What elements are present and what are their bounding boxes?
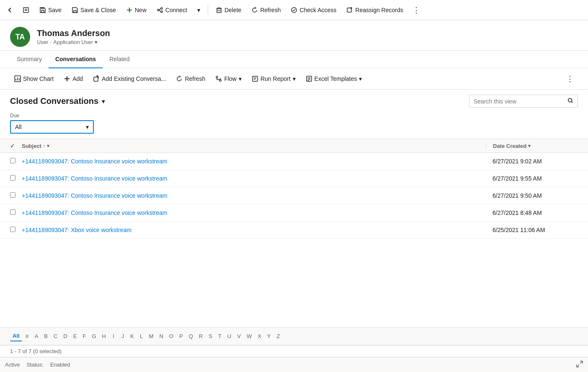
row-date-3: 6/27/2021 8:48 AM xyxy=(486,209,578,216)
row-subject-1[interactable]: +1441189093047: Contoso Insurance voice … xyxy=(22,175,482,182)
alpha-nav: All#ABCDEFGHIJKLMNOPQRSTUVWXYZ xyxy=(0,327,588,345)
filter-select[interactable]: All ▾ xyxy=(10,120,94,134)
search-box xyxy=(469,95,578,108)
table-row: +1441189093047: Contoso Insurance voice … xyxy=(0,204,588,222)
alpha-item-a[interactable]: A xyxy=(32,331,41,341)
alpha-item-o[interactable]: O xyxy=(167,331,176,341)
svg-point-26 xyxy=(216,76,218,78)
add-existing-button[interactable]: Add Existing Conversa... xyxy=(89,73,170,85)
col-subject-header[interactable]: Subject ↑ ▾ xyxy=(22,143,482,149)
alpha-item-x[interactable]: X xyxy=(255,331,264,341)
alpha-item-#[interactable]: # xyxy=(23,331,31,341)
alpha-item-u[interactable]: U xyxy=(225,331,234,341)
alpha-item-g[interactable]: G xyxy=(89,331,98,341)
sub-more-icon: ⋮ xyxy=(566,74,574,83)
run-report-label: Run Report xyxy=(260,75,291,82)
add-button[interactable]: Add xyxy=(59,73,87,85)
row-checkbox-2[interactable] xyxy=(10,192,18,199)
alpha-item-m[interactable]: M xyxy=(147,331,156,341)
svg-line-12 xyxy=(159,10,161,11)
form-icon-button[interactable] xyxy=(18,4,34,16)
alpha-item-t[interactable]: T xyxy=(216,331,224,341)
connect-button[interactable]: Connect xyxy=(152,4,191,16)
show-chart-button[interactable]: Show Chart xyxy=(10,73,58,85)
alpha-item-z[interactable]: Z xyxy=(274,331,283,341)
alpha-item-j[interactable]: J xyxy=(119,331,127,341)
alpha-item-f[interactable]: F xyxy=(80,331,88,341)
svg-point-8 xyxy=(157,9,159,11)
tab-related[interactable]: Related xyxy=(103,51,136,68)
avatar: TA xyxy=(10,27,30,47)
save-close-button[interactable]: Save & Close xyxy=(67,4,120,16)
alpha-item-y[interactable]: Y xyxy=(265,331,273,341)
date-sort-desc[interactable]: ▾ xyxy=(528,143,531,149)
alpha-item-p[interactable]: P xyxy=(177,331,186,341)
subtitle-dot: · xyxy=(50,39,52,45)
sub-refresh-button[interactable]: Refresh xyxy=(172,73,209,85)
excel-chevron: ▾ xyxy=(359,75,362,82)
row-subject-4[interactable]: +1441189093047: Xbox voice workstream xyxy=(22,227,482,233)
alpha-item-c[interactable]: C xyxy=(51,331,60,341)
alpha-item-k[interactable]: K xyxy=(128,331,137,341)
back-button[interactable] xyxy=(3,4,17,16)
refresh-label: Refresh xyxy=(260,7,281,13)
check-access-button[interactable]: Check Access xyxy=(286,4,340,16)
new-button[interactable]: New xyxy=(122,4,151,16)
tab-conversations[interactable]: Conversations xyxy=(49,51,103,68)
row-checkbox-0[interactable] xyxy=(10,158,18,165)
table-header-check[interactable]: ✓ xyxy=(10,142,18,149)
sub-more-button[interactable]: ⋮ xyxy=(562,72,578,86)
subject-sort-asc[interactable]: ↑ xyxy=(43,143,46,148)
alpha-item-n[interactable]: N xyxy=(157,331,165,341)
alpha-item-b[interactable]: B xyxy=(41,331,50,341)
view-title-chevron[interactable]: ▾ xyxy=(102,98,105,105)
alpha-item-d[interactable]: D xyxy=(61,331,70,341)
save-button[interactable]: Save xyxy=(35,4,66,16)
record-name: Thomas Anderson xyxy=(37,28,110,38)
col-date-header[interactable]: Date Created ▾ xyxy=(486,143,578,149)
flow-chevron: ▾ xyxy=(239,75,242,82)
alpha-item-q[interactable]: Q xyxy=(186,331,196,341)
svg-line-37 xyxy=(577,364,579,367)
refresh-button[interactable]: Refresh xyxy=(247,4,285,16)
alpha-item-w[interactable]: W xyxy=(244,331,254,341)
flow-button[interactable]: Flow ▾ xyxy=(211,73,246,85)
main-content: TA Thomas Anderson User · Application Us… xyxy=(0,20,588,372)
status-value: Enabled xyxy=(50,362,70,368)
excel-templates-button[interactable]: Excel Templates ▾ xyxy=(302,73,366,85)
delete-button[interactable]: Delete xyxy=(211,4,245,16)
alpha-item-all[interactable]: All xyxy=(10,331,22,341)
search-input[interactable] xyxy=(469,96,563,107)
tab-summary[interactable]: Summary xyxy=(10,51,49,68)
connect-dropdown-button[interactable]: ▾ xyxy=(193,4,204,16)
row-checkbox-4[interactable] xyxy=(10,227,18,233)
alpha-item-i[interactable]: I xyxy=(109,331,118,341)
run-report-button[interactable]: Run Report ▾ xyxy=(248,73,300,85)
row-checkbox-1[interactable] xyxy=(10,175,18,182)
row-subject-0[interactable]: +1441189093047: Contoso Insurance voice … xyxy=(22,158,482,165)
svg-line-38 xyxy=(580,361,583,364)
active-status: Active xyxy=(5,362,20,368)
row-subject-3[interactable]: +1441189093047: Contoso Insurance voice … xyxy=(22,209,482,216)
search-button[interactable] xyxy=(563,95,578,107)
subject-sort-desc[interactable]: ▾ xyxy=(47,143,49,149)
filter-chevron: ▾ xyxy=(86,124,89,130)
alpha-item-e[interactable]: E xyxy=(71,331,80,341)
reassign-records-label: Reassign Records xyxy=(355,7,403,13)
row-checkbox-3[interactable] xyxy=(10,209,18,216)
more-options-button[interactable]: ⋮ xyxy=(409,4,423,16)
subtitle-chevron[interactable]: ▾ xyxy=(95,39,98,45)
subject-col-label: Subject xyxy=(22,143,41,149)
status-bar: 1 - 7 of 7 (0 selected) xyxy=(0,345,588,357)
alpha-item-s[interactable]: S xyxy=(206,331,215,341)
alpha-item-l[interactable]: L xyxy=(137,331,146,341)
flow-label: Flow xyxy=(224,75,237,82)
reassign-records-button[interactable]: Reassign Records xyxy=(342,4,407,16)
alpha-item-h[interactable]: H xyxy=(100,331,108,341)
alpha-item-r[interactable]: R xyxy=(196,331,205,341)
alpha-item-v[interactable]: V xyxy=(235,331,243,341)
row-subject-2[interactable]: +1441189093047: Contoso Insurance voice … xyxy=(22,192,482,199)
expand-icon[interactable] xyxy=(576,361,583,367)
bottom-bar-right xyxy=(576,361,583,369)
record-subtitle: User · Application User ▾ xyxy=(37,39,110,45)
